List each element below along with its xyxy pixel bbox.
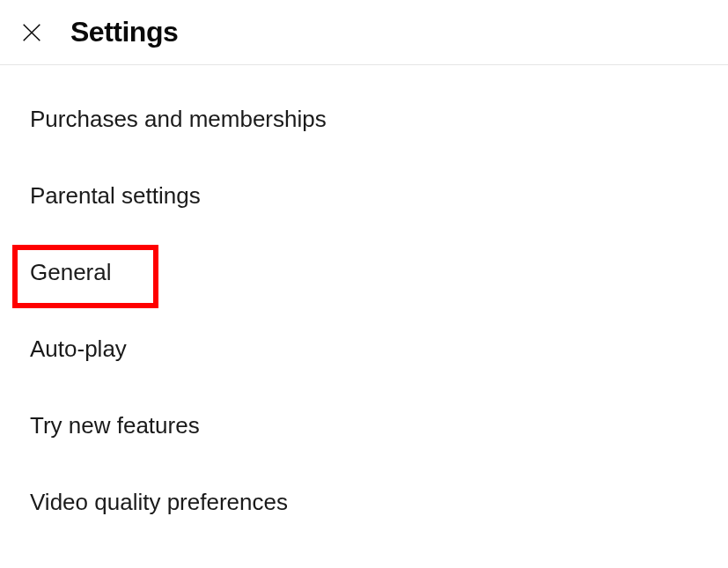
settings-item-purchases[interactable]: Purchases and memberships [0,81,728,158]
settings-item-label: Auto-play [30,336,127,362]
settings-item-parental[interactable]: Parental settings [0,158,728,234]
settings-header: Settings [0,0,728,65]
settings-item-autoplay[interactable]: Auto-play [0,311,728,387]
settings-list: Purchases and memberships Parental setti… [0,65,728,541]
settings-item-label: Purchases and memberships [30,106,327,132]
page-title: Settings [70,16,178,48]
settings-item-label: Try new features [30,412,200,439]
settings-item-label: Video quality preferences [30,489,288,515]
settings-item-general[interactable]: General [0,234,728,311]
settings-item-video-quality[interactable]: Video quality preferences [0,464,728,541]
settings-item-try-new-features[interactable]: Try new features [0,387,728,464]
close-icon[interactable] [18,18,46,47]
settings-item-label: General [30,259,112,285]
settings-item-label: Parental settings [30,182,201,209]
